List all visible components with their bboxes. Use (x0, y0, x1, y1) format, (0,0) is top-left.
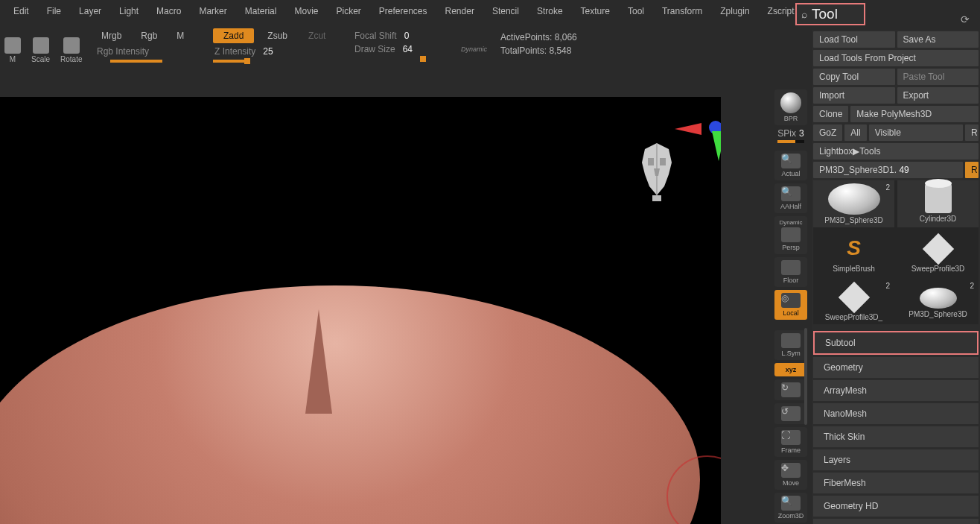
menu-texture[interactable]: Texture (572, 0, 619, 22)
scale-button[interactable]: Scale (31, 37, 50, 63)
svg-marker-2 (648, 158, 654, 165)
save-as-button[interactable]: Save As (897, 31, 979, 48)
local-button[interactable]: ◎Local (774, 290, 807, 320)
spix-label: SPix (777, 128, 796, 139)
load-from-project-button[interactable]: Load Tools From Project (813, 50, 979, 66)
svg-marker-3 (660, 158, 666, 165)
menu-layer[interactable]: Layer (70, 0, 110, 22)
aahalf-button[interactable]: 🔍AAHalf (774, 183, 807, 213)
menu-picker[interactable]: Picker (327, 0, 369, 22)
menu-file[interactable]: File (38, 0, 70, 22)
m-toggle[interactable]: M (171, 28, 185, 43)
rot-y-button[interactable]: ↻ (774, 379, 807, 400)
section-fibermesh[interactable]: FiberMesh (813, 473, 979, 493)
tool-thumb-cylinder[interactable]: Cylinder3D (897, 180, 979, 227)
viewport[interactable] (0, 97, 721, 524)
move-button[interactable]: ✥Move (774, 460, 807, 490)
total-points-label: TotalPoints: (500, 45, 547, 56)
menu-marker[interactable]: Marker (190, 0, 235, 22)
section-nanomesh[interactable]: NanoMesh (813, 403, 979, 424)
menu-movie[interactable]: Movie (285, 0, 327, 22)
wrench-icon: ⌕ (801, 8, 807, 20)
goz-all-button[interactable]: All (844, 124, 866, 141)
spix-value: 3 (799, 128, 804, 139)
floor-button[interactable]: Floor (774, 257, 807, 287)
tool-panel-header[interactable]: ⌕ Tool (795, 3, 865, 25)
frame-button[interactable]: ⛶Frame (774, 427, 807, 457)
zoom3d-button[interactable]: 🔍Zoom3D (774, 493, 807, 523)
paste-tool-button[interactable]: Paste Tool (897, 69, 979, 85)
lightbox-tools-button[interactable]: Lightbox▶Tools (813, 143, 979, 160)
rgb-toggle[interactable]: Rgb (135, 28, 163, 43)
copy-tool-button[interactable]: Copy Tool (813, 69, 895, 85)
menu-light[interactable]: Light (110, 0, 147, 22)
tool-thumb-sphere[interactable]: 2 PM3D_Sphere3D (813, 180, 894, 227)
total-points-value: 8,548 (549, 45, 571, 56)
head-reference (634, 142, 679, 201)
zsub-toggle[interactable]: Zsub (261, 28, 293, 43)
tool-thumb-simplebrush[interactable]: S SimpleBrush (813, 230, 894, 276)
menu-render[interactable]: Render (436, 0, 483, 22)
section-geometry[interactable]: Geometry (813, 357, 979, 378)
rgb-intensity-label: Rgb Intensity (95, 46, 149, 57)
xyz-button[interactable]: xyz (774, 363, 807, 376)
draw-size-label: Draw Size (353, 44, 395, 54)
draw-size-value: 64 (403, 44, 413, 54)
export-button[interactable]: Export (897, 87, 979, 104)
section-arraymesh[interactable]: ArrayMesh (813, 380, 979, 401)
clone-button[interactable]: Clone (813, 106, 848, 122)
menu-preferences[interactable]: Preferences (370, 0, 436, 22)
zadd-toggle[interactable]: Zadd (213, 28, 254, 43)
section-layers[interactable]: Layers (813, 449, 979, 470)
menu-edit[interactable]: Edit (4, 0, 38, 22)
focal-shift-label: Focal Shift (353, 31, 397, 41)
dynamic-label: Dynamic (459, 45, 487, 53)
dynamic-persp-button[interactable]: DynamicPersp (774, 216, 807, 254)
rot-z-button[interactable]: ↺ (774, 403, 807, 424)
menu-zplugin[interactable]: Zplugin (711, 0, 758, 22)
goz-button[interactable]: GoZ (813, 124, 842, 141)
menu-transform[interactable]: Transform (653, 0, 711, 22)
menu-macro[interactable]: Macro (147, 0, 190, 22)
reload-icon[interactable]: ⟳ (961, 13, 970, 25)
section-subtool[interactable]: Subtool (813, 331, 979, 355)
load-tool-button[interactable]: Load Tool (813, 31, 895, 48)
z-intensity-value: 25 (263, 46, 273, 57)
lsym-button[interactable]: L.Sym (774, 330, 807, 360)
tool-name-field[interactable]: PM3D_Sphere3D1. 49 (813, 162, 963, 178)
goz-r-button[interactable]: R (965, 124, 979, 141)
z-intensity-label: Z Intensity (213, 46, 255, 57)
active-points-label: ActivePoints: (500, 32, 552, 42)
menu-material[interactable]: Material (236, 0, 286, 22)
actual-button[interactable]: 🔍Actual (774, 151, 807, 180)
tool-panel: Load Tool Save As Load Tools From Projec… (812, 30, 980, 524)
sculpted-mesh (0, 285, 700, 524)
tool-thumb-sphere2[interactable]: 2 PM3D_Sphere3D (897, 279, 979, 324)
tool-r-button[interactable]: R (965, 162, 979, 178)
sculpted-spike (305, 309, 332, 414)
tool-panel-header-label: Tool (812, 6, 838, 22)
svg-rect-5 (652, 195, 661, 201)
tool-thumb-sweep2[interactable]: 2 SweepProfile3D_ (813, 279, 894, 324)
active-points-value: 8,066 (555, 32, 577, 42)
focal-shift-value: 0 (404, 31, 410, 41)
tool-thumb-sweep1[interactable]: SweepProfile3D (897, 230, 979, 276)
mrgb-toggle[interactable]: Mrgb (95, 28, 127, 43)
spix-slider[interactable] (777, 140, 804, 143)
menu-tool[interactable]: Tool (619, 0, 653, 22)
menu-stroke[interactable]: Stroke (528, 0, 572, 22)
menu-stencil[interactable]: Stencil (483, 0, 528, 22)
section-thickskin[interactable]: Thick Skin (813, 426, 979, 447)
mode-m-button[interactable]: M (4, 37, 21, 63)
section-preview[interactable]: Preview (813, 519, 979, 524)
goz-visible-button[interactable]: Visible (869, 124, 963, 141)
make-polymesh-button[interactable]: Make PolyMesh3D (850, 106, 979, 122)
section-geometryhd[interactable]: Geometry HD (813, 496, 979, 517)
import-button[interactable]: Import (813, 87, 895, 104)
rotate-button[interactable]: Rotate (60, 37, 82, 63)
side-scrollbar[interactable] (804, 328, 807, 425)
zcut-toggle[interactable]: Zcut (301, 28, 333, 43)
bpr-button[interactable]: BPR (774, 89, 807, 125)
